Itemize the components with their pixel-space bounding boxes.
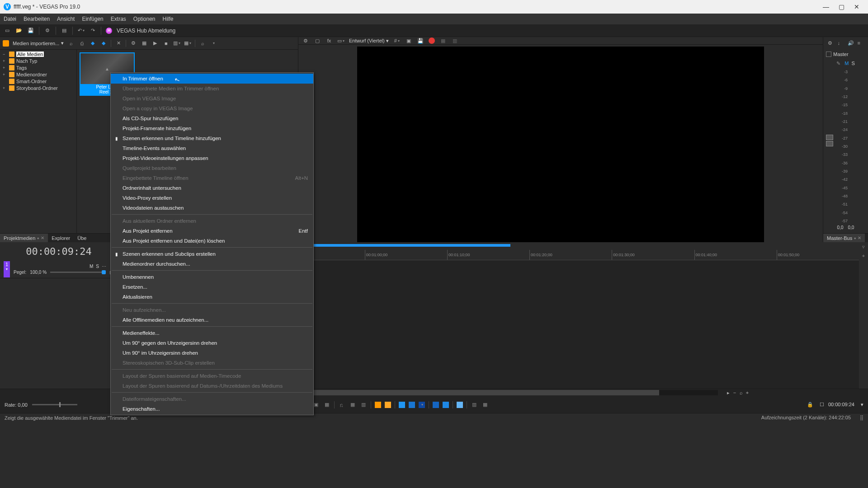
tree-item-media-bins[interactable]: +Medienordner <box>1 71 75 78</box>
preview-more-icon[interactable]: ▥ <box>451 37 458 44</box>
capture-video-icon[interactable]: ⌕ <box>67 40 75 47</box>
tree-item-storyboard-bins[interactable]: +Storyboard-Ordner <box>1 84 75 91</box>
color-tool-h[interactable] <box>457 402 463 408</box>
preview-external-icon[interactable]: ▢ <box>314 37 321 44</box>
snap-grid-icon[interactable]: ▦ <box>349 401 356 408</box>
lock-envelopes-icon[interactable] <box>409 402 415 408</box>
capture-icon[interactable]: ⎙ <box>78 40 85 47</box>
context-menu-item[interactable]: Timeline-Events auswählen <box>111 143 313 153</box>
snap-markers-icon[interactable]: ▥ <box>360 401 367 408</box>
context-menu-item[interactable]: Projekt-Framerate hinzufügen <box>111 123 313 133</box>
preview-save-icon[interactable]: 💾 <box>417 37 424 44</box>
preview-quality-dropdown[interactable]: Entwurf (Viertel) ▾ <box>349 38 389 44</box>
context-menu-item[interactable]: Projekt-Videoeinstellungen anpassen <box>111 153 313 163</box>
zoom-in-icon[interactable]: + <box>744 389 750 396</box>
master-dim-icon[interactable]: ≡ <box>858 40 864 47</box>
media-props-icon[interactable]: ⚙ <box>130 40 137 47</box>
autopreview-icon[interactable]: ▥ <box>173 40 180 47</box>
preview-fx-icon[interactable]: fx <box>326 37 333 44</box>
context-menu-item[interactable]: Umbenennen <box>111 272 313 282</box>
track-mute-button[interactable]: M <box>90 264 93 269</box>
context-menu-item[interactable]: ▮Szenen erkennen und Timeline hinzufügen <box>111 133 313 143</box>
context-menu-item[interactable]: Aktualisieren <box>111 292 313 302</box>
master-mute-button[interactable]: M <box>844 61 849 66</box>
track-level-slider[interactable] <box>50 272 106 273</box>
master-meter[interactable]: -3-6-9-12-15-18-21-24-27-30-33-36-39-42-… <box>823 68 868 225</box>
context-menu-item[interactable]: Medienordner durchsuchen... <box>111 259 313 269</box>
master-settings-icon[interactable]: ⚙ <box>828 40 834 47</box>
preview-grid-icon[interactable]: # <box>393 37 401 44</box>
automation-icon[interactable]: ✎ <box>836 61 842 66</box>
search-icon[interactable]: ⌕ <box>199 40 206 47</box>
marker-tool-icon[interactable]: + <box>862 253 865 258</box>
play-media-icon[interactable]: ▶ <box>151 40 159 47</box>
preview-record-icon[interactable] <box>429 38 435 44</box>
preview-settings-icon[interactable]: ⚙ <box>302 37 309 44</box>
menu-insert[interactable]: Einfügen <box>82 16 103 22</box>
color-tool-g[interactable] <box>443 402 449 408</box>
ignore-grouping-icon[interactable] <box>419 402 425 408</box>
hub-icon[interactable]: H <box>106 28 112 34</box>
tree-item-by-type[interactable]: +Nach Typ <box>1 57 75 64</box>
tree-item-all-media[interactable]: −Alle Medien <box>1 51 75 57</box>
compositing-icon[interactable]: ▥ <box>471 401 478 408</box>
maximize-button[interactable]: ▢ <box>834 0 849 14</box>
rate-slider[interactable] <box>32 404 77 405</box>
preview-copy-icon[interactable]: ▣ <box>405 37 412 44</box>
settings-icon[interactable]: ⚙ <box>44 27 51 34</box>
tab-close-icon[interactable]: ✕ <box>41 235 44 240</box>
preview-scale-icon[interactable]: ▦ <box>439 37 447 44</box>
context-menu-item[interactable]: Aus Projekt entfernenEntf <box>111 226 313 236</box>
menu-edit[interactable]: Bearbeiten <box>24 16 50 22</box>
snap-icon[interactable]: ⎌ <box>338 401 345 408</box>
search-dropdown-icon[interactable] <box>210 40 217 47</box>
tab-transitions[interactable]: Übe <box>74 234 90 242</box>
context-menu-item[interactable]: Eigenschaften... <box>111 404 313 414</box>
render-icon[interactable]: ▤ <box>61 27 68 34</box>
context-menu-item[interactable]: Videodateien austauschen <box>111 203 313 213</box>
tab-masterbus[interactable]: Master-Bus ▫ ✕ <box>823 234 865 242</box>
marker-tool-icon[interactable]: ▿ <box>862 244 865 250</box>
master-solo-button[interactable]: S <box>851 61 854 66</box>
context-menu-item[interactable]: Um 90° im Uhrzeigersinn drehen <box>111 348 313 358</box>
lock-icon[interactable]: 🔒 <box>807 402 813 408</box>
color-tool-a[interactable] <box>375 402 381 408</box>
master-output-icon[interactable] <box>826 52 831 57</box>
context-menu-item[interactable]: Aus Projekt entfernen und Datei(en) lösc… <box>111 236 313 246</box>
context-menu-item[interactable]: Ordnerinhalt untersuchen <box>111 183 313 193</box>
tab-square-icon[interactable]: ▫ <box>854 235 856 241</box>
stop-media-icon[interactable]: ■ <box>162 40 170 47</box>
tab-projectmedia[interactable]: Projektmedien ▫ ✕ <box>0 234 48 242</box>
close-button[interactable]: ✕ <box>849 0 864 14</box>
context-menu-item[interactable]: Um 90° gegen den Uhrzeigersinn drehen <box>111 338 313 348</box>
master-insert-icon[interactable]: ↓ <box>838 40 844 47</box>
media-import-dropdown[interactable]: Medien importieren... ▾ <box>13 40 64 46</box>
tree-item-tags[interactable]: +Tags <box>1 64 75 71</box>
zoom-icon[interactable]: ⌕ <box>738 389 744 396</box>
master-volume-icon[interactable]: 🔊 <box>848 40 854 47</box>
compositing-mode-icon[interactable]: ▦ <box>481 401 489 408</box>
context-menu-item[interactable]: Video-Proxy erstellen <box>111 193 313 203</box>
tab-explorer[interactable]: Explorer <box>48 234 74 242</box>
context-menu-item[interactable]: Medieneffekte... <box>111 328 313 338</box>
track-solo-button[interactable]: S <box>96 264 99 269</box>
menu-options[interactable]: Optionen <box>133 16 156 22</box>
scroll-right-icon[interactable]: ▸ <box>725 389 731 396</box>
open-icon[interactable]: 📂 <box>15 27 23 34</box>
media-action-icon[interactable]: ▦ <box>141 40 148 47</box>
timecode-menu-icon[interactable]: ▾ <box>861 402 863 408</box>
media-fx-icon[interactable]: ◆ <box>89 40 96 47</box>
track-header-1[interactable]: 1▾ M S ⋯ ⋮ Pegel: 100,0 % ▢ <box>0 260 117 278</box>
menu-help[interactable]: Hilfe <box>163 16 174 22</box>
context-menu-item[interactable]: ▮Szenen erkennen und Subclips erstellen <box>111 249 313 259</box>
tree-item-smart-bins[interactable]: Smart-Ordner <box>1 78 75 84</box>
save-icon[interactable]: 💾 <box>27 27 34 34</box>
color-tool-b[interactable] <box>385 402 391 408</box>
hub-logout-link[interactable]: VEGAS Hub Abmeldung <box>117 28 175 34</box>
preview-splitscreen-icon[interactable]: ▭ <box>337 37 344 44</box>
media-import-icon[interactable] <box>3 40 9 47</box>
view-mode-icon[interactable]: ▦ <box>184 40 191 47</box>
track-fx-icon[interactable]: ⋯ <box>102 264 106 269</box>
context-menu-item[interactable]: Ersetzen... <box>111 282 313 292</box>
remove-media-icon[interactable]: ✕ <box>115 40 122 47</box>
